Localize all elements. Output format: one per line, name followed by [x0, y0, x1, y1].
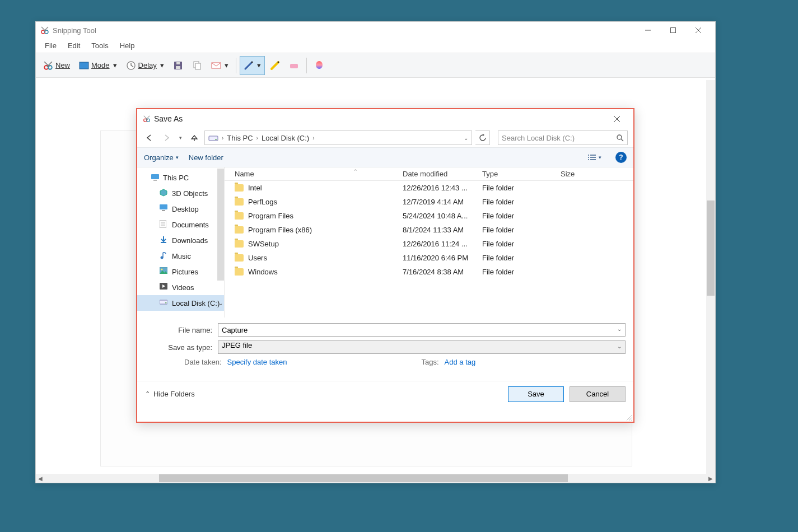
chevron-down-icon[interactable]: ⌄: [617, 343, 622, 349]
search-input[interactable]: [502, 134, 624, 142]
menu-tools[interactable]: Tools: [86, 40, 114, 51]
sidebar-item-downloads[interactable]: Downloads: [137, 232, 224, 248]
tags-link[interactable]: Add a tag: [445, 358, 476, 366]
sidebar-scrollbar[interactable]: [217, 167, 224, 318]
scroll-right-icon[interactable]: ▶: [706, 474, 715, 483]
new-folder-button[interactable]: New folder: [189, 153, 223, 162]
sidebar-item-music[interactable]: Music: [137, 248, 224, 264]
sidebar-label: Downloads: [172, 236, 208, 245]
scrollbar-thumb[interactable]: [707, 200, 715, 296]
scrollbar-thumb[interactable]: [217, 169, 224, 281]
resize-grip[interactable]: [626, 414, 632, 421]
search-icon: [616, 134, 624, 142]
sidebar-label: Documents: [172, 221, 209, 229]
table-row[interactable]: Users11/16/2020 6:46 PMFile folder: [225, 251, 633, 265]
sidebar: This PC 3D Objects Desktop Documents Dow…: [137, 167, 225, 318]
new-button[interactable]: New: [39, 56, 74, 75]
sidebar-item-desktop[interactable]: Desktop: [137, 201, 224, 217]
sidebar-item-thispc[interactable]: This PC: [137, 170, 224, 185]
menu-help[interactable]: Help: [114, 40, 141, 51]
file-type: File folder: [482, 198, 561, 206]
vertical-scrollbar[interactable]: [706, 80, 715, 474]
sidebar-item-documents[interactable]: Documents: [137, 217, 224, 232]
hide-folders-button[interactable]: ⌃ Hide Folders: [145, 390, 195, 398]
cancel-button[interactable]: Cancel: [570, 386, 626, 402]
col-size[interactable]: Size: [561, 170, 605, 178]
dialog-body: This PC 3D Objects Desktop Documents Dow…: [137, 167, 633, 318]
col-name[interactable]: Name⌃: [235, 170, 403, 178]
close-button[interactable]: [685, 22, 711, 38]
filename-label: File name:: [145, 326, 218, 334]
up-button[interactable]: [188, 131, 201, 144]
svg-rect-12: [80, 62, 88, 69]
col-date[interactable]: Date modified: [403, 170, 482, 178]
back-button[interactable]: [143, 131, 156, 144]
help-button[interactable]: ?: [615, 152, 627, 163]
view-options-button[interactable]: ▾: [583, 150, 605, 165]
table-row[interactable]: Program Files (x86)8/1/2024 11:33 AMFile…: [225, 223, 633, 237]
file-type: File folder: [482, 240, 561, 248]
delay-button[interactable]: Delay ▾: [122, 56, 168, 75]
dialog-bottom: File name: ⌄ Save as type: JPEG file ⌄ D…: [137, 318, 633, 368]
file-type: File folder: [482, 268, 561, 276]
table-row[interactable]: PerfLogs12/7/2019 4:14 AMFile folder: [225, 195, 633, 209]
save-button[interactable]: Save: [508, 386, 564, 402]
svg-point-27: [316, 61, 323, 69]
file-name: Program Files (x86): [248, 226, 312, 234]
refresh-button[interactable]: [475, 130, 490, 145]
history-dropdown-icon[interactable]: ▾: [176, 131, 184, 144]
svg-rect-20: [195, 63, 200, 69]
file-date: 12/7/2019 4:14 AM: [403, 198, 482, 206]
send-button[interactable]: ▾: [207, 56, 232, 75]
file-name: Intel: [248, 184, 262, 192]
save-snip-button[interactable]: [169, 56, 187, 75]
svg-line-38: [621, 139, 623, 141]
forward-button[interactable]: [160, 131, 173, 144]
copy-button[interactable]: [188, 56, 206, 75]
dialog-command-row: Organize ▾ New folder ▾ ?: [137, 147, 633, 167]
mode-button[interactable]: Mode ▾: [75, 56, 121, 75]
menu-edit[interactable]: Edit: [62, 40, 86, 51]
svg-rect-61: [160, 300, 167, 304]
address-bar[interactable]: › This PC › Local Disk (C:) › ⌄: [204, 130, 472, 145]
savetype-value: JPEG file: [222, 341, 252, 349]
table-row[interactable]: Program Files5/24/2024 10:48 A...File fo…: [225, 209, 633, 223]
svg-rect-48: [160, 204, 167, 209]
sidebar-item-videos[interactable]: Videos: [137, 279, 224, 295]
hide-folders-label: Hide Folders: [153, 390, 195, 398]
col-type[interactable]: Type: [482, 170, 561, 178]
sidebar-item-3dobjects[interactable]: 3D Objects: [137, 185, 224, 201]
highlighter-button[interactable]: [266, 56, 284, 75]
chevron-down-icon: ▾: [176, 155, 179, 160]
scrollbar-thumb[interactable]: [159, 474, 568, 482]
chevron-down-icon[interactable]: ⌄: [617, 326, 622, 332]
table-row[interactable]: Windows7/16/2024 8:38 AMFile folder: [225, 265, 633, 279]
pictures-icon: [160, 267, 169, 276]
scroll-left-icon[interactable]: ◀: [36, 474, 45, 483]
file-name: Program Files: [248, 212, 293, 220]
savetype-field[interactable]: JPEG file ⌄: [218, 340, 626, 354]
filename-field[interactable]: ⌄: [218, 323, 626, 337]
breadcrumb-thispc[interactable]: This PC: [227, 134, 253, 142]
menu-file[interactable]: File: [39, 40, 62, 51]
chevron-down-icon[interactable]: ⌄: [464, 135, 468, 141]
horizontal-scrollbar[interactable]: ◀ ▶: [36, 474, 715, 483]
folder-icon: [235, 268, 244, 276]
breadcrumb-drive[interactable]: Local Disk (C:): [262, 134, 309, 142]
search-box[interactable]: [498, 130, 628, 145]
dialog-close-button[interactable]: [605, 111, 628, 127]
eraser-button[interactable]: [285, 56, 303, 75]
maximize-button[interactable]: [660, 22, 685, 38]
date-taken-link[interactable]: Specify date taken: [227, 358, 287, 366]
filename-input[interactable]: [222, 324, 610, 336]
organize-button[interactable]: Organize ▾: [144, 153, 179, 162]
minimize-button[interactable]: [635, 22, 660, 38]
table-row[interactable]: SWSetup12/26/2016 11:24 ...File folder: [225, 237, 633, 251]
sidebar-item-localdisk[interactable]: Local Disk (C:) ⌄: [137, 295, 224, 311]
pen-button[interactable]: ▾: [240, 56, 265, 75]
paint3d-button[interactable]: [310, 56, 328, 75]
svg-rect-5: [670, 28, 675, 33]
dialog-nav-row: ▾ › This PC › Local Disk (C:) › ⌄: [137, 128, 633, 147]
sidebar-item-pictures[interactable]: Pictures: [137, 264, 224, 279]
table-row[interactable]: Intel12/26/2016 12:43 ...File folder: [225, 181, 633, 195]
